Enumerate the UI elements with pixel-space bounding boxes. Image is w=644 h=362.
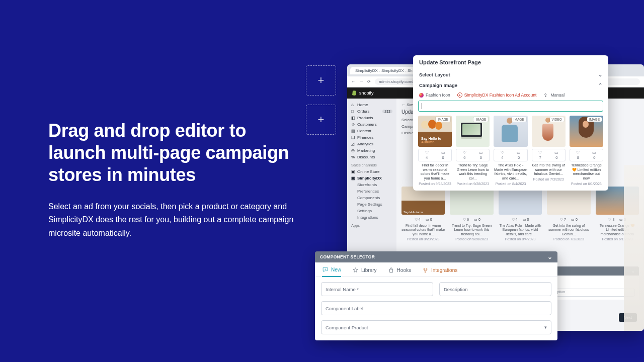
image-source-tabs: Fashion Icon SimplicityDX Fashion Icon A… xyxy=(413,90,608,101)
sidebar-subitem-settings[interactable]: Settings xyxy=(347,208,396,214)
text-caret xyxy=(422,103,422,109)
component-selector-title: COMPONENT SELECTOR xyxy=(320,254,375,259)
media-card[interactable]: IMAGE ♡8 ▭0 Tennessee Orange 🧡 Limited e… xyxy=(570,116,603,186)
media-thumb: IMAGE xyxy=(570,116,603,147)
media-date: Posted on 9/28/2023 xyxy=(418,182,452,186)
heart-icon: ♡ xyxy=(501,150,504,155)
select-layout-label: Select Layout xyxy=(419,72,450,77)
tab-title: SimplicityDX - SimplicityDX - Sh xyxy=(355,68,413,73)
nodes-icon xyxy=(422,267,429,274)
sidebar-section-sales: Sales channels xyxy=(347,160,396,168)
media-date: Posted on 6/1/2023 xyxy=(570,182,603,186)
heart-icon: ♡ xyxy=(425,150,429,155)
campaign-image-row[interactable]: Campaign Image ⌃ xyxy=(413,80,608,90)
select-layout-row[interactable]: Select Layout ⌄ xyxy=(413,69,608,80)
heart-icon: ♡ xyxy=(576,150,580,155)
sidebar-item-finances[interactable]: ❏Finances xyxy=(347,134,396,141)
sidebar-item-discounts[interactable]: %Discounts xyxy=(347,154,396,160)
bag-icon xyxy=(388,267,394,274)
sidebar-subitem-page-settings[interactable]: Page Settings xyxy=(347,201,396,208)
save-icon: ▭ xyxy=(517,150,521,155)
media-desc: Find fall decor in warm seasonal colors … xyxy=(418,163,452,181)
tab-manual[interactable]: Manual xyxy=(543,93,565,98)
component-selector-panel: COMPONENT SELECTOR ⌄ New Library Hooks I… xyxy=(315,251,557,340)
reload-icon[interactable]: ⟳ xyxy=(367,79,371,84)
media-card[interactable]: IMAGE ♡6 ▭0 Trend to Try: Sage Green Lea… xyxy=(456,116,490,186)
chevron-up-icon: ⌃ xyxy=(598,82,602,88)
bg-card[interactable]: ♡ 7▭ 0 Get into the swing of summer with… xyxy=(547,187,590,241)
bg-card[interactable]: ♡ 6▭ 0 Trend to Try: Sage Green Learn ho… xyxy=(450,187,493,241)
media-thumb: VIDEO xyxy=(532,116,566,147)
tab-fashion-icon[interactable]: Fashion Icon xyxy=(419,93,450,98)
media-desc: Trend to Try: Sage Green Learn how to wo… xyxy=(456,163,490,181)
save-icon: ▭ xyxy=(479,150,483,155)
sidebar-item-analytics[interactable]: ◿Analytics xyxy=(347,141,396,147)
sidebar-item-customers[interactable]: ☺Customers xyxy=(347,121,396,128)
sidebar-item-orders[interactable]: □Orders213 xyxy=(347,108,396,115)
media-card[interactable]: VIDEO ♡7 ▭0 Get into the swing of summer… xyxy=(532,116,566,186)
bg-card[interactable]: Say H Autumn ♡ 4▭ 0 Find fall decor in w… xyxy=(401,187,445,241)
sidebar-item-online-store[interactable]: ▣Online Store xyxy=(347,168,396,175)
component-label-field[interactable]: Component Label xyxy=(321,301,551,315)
component-selector-header[interactable]: COMPONENT SELECTOR ⌄ xyxy=(315,251,557,262)
instagram-icon xyxy=(419,93,424,98)
internal-name-field[interactable]: Internal Name * xyxy=(321,282,433,296)
sidebar-item-home[interactable]: ⌂Home xyxy=(347,102,396,108)
save-icon: ▭ xyxy=(441,150,445,155)
save-icon: ▭ xyxy=(592,150,596,155)
tab-library[interactable]: Library xyxy=(352,266,377,277)
tab-hooks[interactable]: Hooks xyxy=(388,266,411,277)
sidebar-item-simplicitydx[interactable]: ▣SimplicityDX xyxy=(347,175,396,182)
media-type-badge: VIDEO xyxy=(550,117,564,122)
back-icon[interactable]: ← xyxy=(351,79,355,84)
star-icon xyxy=(352,267,359,274)
marketing-body: Select an ad from your socials, then pic… xyxy=(48,200,300,240)
shopify-icon xyxy=(351,90,357,96)
forward-icon[interactable]: → xyxy=(359,79,363,84)
select-value: Component Product xyxy=(326,325,368,330)
sidebar-section-apps: Apps xyxy=(347,221,396,229)
component-product-select[interactable]: Component Product ▾ xyxy=(321,320,551,334)
chevron-down-icon: ⌄ xyxy=(598,72,602,77)
media-type-badge: IMAGE xyxy=(436,117,450,122)
sidebar-subitem-components[interactable]: Components xyxy=(347,195,396,201)
media-desc: Tennessee Orange 🧡 Limited edition merch… xyxy=(570,163,603,181)
media-thumb: IMAGE xyxy=(494,116,527,147)
bg-card[interactable]: ♡ 4▭ 0 The Atlas Polo - Made with Europe… xyxy=(499,187,542,241)
sidebar-subitem-storefronts[interactable]: Storefronts xyxy=(347,182,396,188)
tab-integrations[interactable]: Integrations xyxy=(422,266,457,277)
media-card[interactable]: IMAGE ♡4 ▭0 The Atlas Polo - Made with E… xyxy=(494,116,527,186)
media-thumb: IMAGE xyxy=(456,116,490,147)
media-date: Posted on 8/4/2023 xyxy=(494,182,527,186)
sidebar-item-products[interactable]: ◧Products xyxy=(347,115,396,121)
marketing-headline: Drag and drop editor to launch multi-pag… xyxy=(48,120,300,186)
heart-icon: ♡ xyxy=(463,150,466,155)
media-desc: The Atlas Polo - Made with European fabr… xyxy=(494,163,527,181)
plus-icon: + xyxy=(318,74,325,87)
sidebar-subitem-preferences[interactable]: Preferences xyxy=(347,188,396,195)
search-input[interactable] xyxy=(418,101,603,112)
tab-ad-account[interactable]: SimplicityDX Fashion Icon Ad Account xyxy=(457,93,537,98)
sidebar-item-content[interactable]: ▤Content xyxy=(347,128,396,134)
plus-circle-icon xyxy=(457,93,462,98)
media-type-badge: IMAGE xyxy=(512,117,526,122)
save-icon: ▭ xyxy=(554,150,558,155)
shopify-label: shopify xyxy=(359,90,374,96)
chevron-down-icon[interactable]: ⌄ xyxy=(547,253,552,260)
media-card[interactable]: Say Hello toAutumn IMAGE ♡4 ▭0 Find fall… xyxy=(418,116,452,186)
campaign-image-label: Campaign Image xyxy=(419,82,457,88)
media-type-badge: IMAGE xyxy=(587,117,602,122)
sidebar-item-marketing[interactable]: ◎Marketing xyxy=(347,147,396,154)
description-field[interactable]: Description xyxy=(439,282,551,296)
sidebar-subitem-integrations[interactable]: Integrations xyxy=(347,214,396,221)
decorative-edge xyxy=(624,165,644,331)
heart-icon: ♡ xyxy=(538,150,542,155)
upload-icon xyxy=(543,93,548,98)
media-desc: Get into the swing of summer with our fa… xyxy=(532,163,566,176)
media-type-badge: IMAGE xyxy=(473,117,488,122)
comment-plus-icon xyxy=(322,266,329,273)
modal-title: Update Storefront Page xyxy=(413,55,608,69)
chevron-down-icon: ▾ xyxy=(544,325,547,330)
plus-icon: + xyxy=(318,113,325,126)
tab-new[interactable]: New xyxy=(322,266,341,277)
